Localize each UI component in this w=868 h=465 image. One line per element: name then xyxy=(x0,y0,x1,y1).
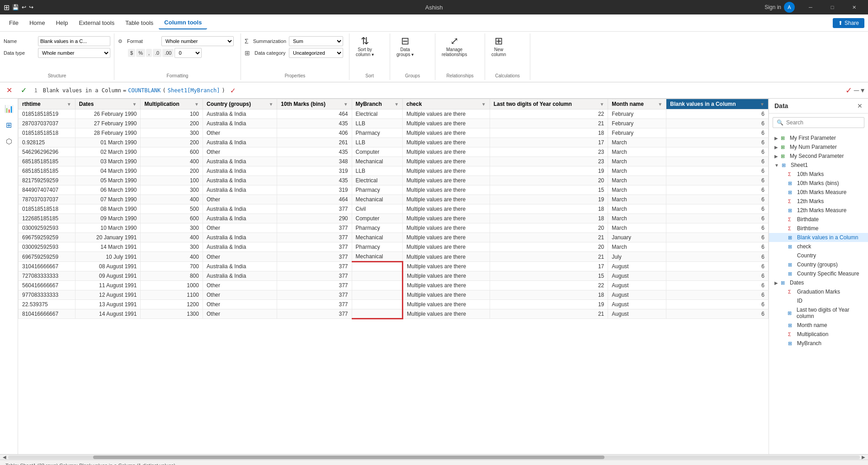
col-header-month_name[interactable]: Month name▼ xyxy=(608,99,666,109)
report-view-icon[interactable]: 📊 xyxy=(3,102,15,115)
dec-up-btn[interactable]: .00 xyxy=(162,49,174,57)
col-menu-icon[interactable]: ▼ xyxy=(344,102,348,107)
tree-item[interactable]: ▼ ⊞ Sheet1 xyxy=(769,161,868,170)
col-header-check[interactable]: check▼ xyxy=(403,99,490,109)
tree-item[interactable]: Σ Birthdate xyxy=(769,215,868,224)
menu-help[interactable]: Help xyxy=(51,17,74,29)
tree-item[interactable]: ⊞ Country Specific Measure xyxy=(769,269,868,278)
col-header-mybranch[interactable]: MyBranch▼ xyxy=(352,99,403,109)
menu-table-tools[interactable]: Table tools xyxy=(120,17,159,29)
currency-btn[interactable]: $ xyxy=(128,49,135,57)
close-btn[interactable]: ✕ xyxy=(844,0,864,14)
sort-by-column-btn[interactable]: ⇅ Sort bycolumn ▾ xyxy=(353,34,377,59)
ribbon-dec-places[interactable]: 0 1 2 xyxy=(175,48,202,58)
tree-item[interactable]: ID xyxy=(769,296,868,305)
tree-collapse-icon[interactable]: ▼ xyxy=(774,163,779,168)
scroll-left-arrow[interactable]: ◀ xyxy=(1,455,8,460)
sign-in-btn[interactable]: Sign in A xyxy=(764,2,795,13)
tree-item[interactable]: ⊞ 10th Marks Measure xyxy=(769,188,868,197)
menu-home[interactable]: Home xyxy=(24,17,51,29)
tree-item-icon: ⊞ xyxy=(788,341,794,346)
scroll-right-arrow[interactable]: ▶ xyxy=(860,455,867,460)
tree-item[interactable]: ▶ ⊞ My Num Parameter xyxy=(769,142,868,152)
tree-collapse-icon[interactable]: ▶ xyxy=(774,136,778,141)
tree-item[interactable]: Σ Graduation Marks xyxy=(769,287,868,296)
tree-item[interactable]: ⊞ Last two digits of Year column xyxy=(769,305,868,321)
col-header-multiplication[interactable]: Multiplication▼ xyxy=(141,99,203,109)
col-menu-icon[interactable]: ▼ xyxy=(658,102,662,107)
ribbon-datatype-select[interactable]: Whole number xyxy=(38,48,110,58)
table-cell: 300 xyxy=(141,128,203,138)
col-menu-icon[interactable]: ▼ xyxy=(67,102,71,107)
minimize-btn[interactable]: ─ xyxy=(800,0,821,14)
col-menu-icon[interactable]: ▼ xyxy=(394,102,399,107)
col-header-10th_marks_bins[interactable]: 10th Marks (bins)▼ xyxy=(277,99,352,109)
dec-down-btn[interactable]: .0 xyxy=(153,49,161,57)
search-input[interactable] xyxy=(786,119,860,126)
percent-btn[interactable]: % xyxy=(136,49,145,57)
tree-item[interactable]: Σ Birthtime xyxy=(769,224,868,233)
ribbon-datacategory-select[interactable]: Uncategorized xyxy=(289,48,343,58)
manage-relationships-btn[interactable]: ⤢ Managerelationships xyxy=(439,34,470,59)
ribbon-name-row: Name xyxy=(4,36,110,46)
col-menu-icon[interactable]: ▼ xyxy=(599,102,604,107)
comma-btn[interactable]: , xyxy=(146,49,152,57)
col-menu-icon[interactable]: ▼ xyxy=(194,102,199,107)
table-area[interactable]: rthtime▼Dates▼Multiplication▼Country (gr… xyxy=(18,99,769,454)
tree-item[interactable]: ⊞ Blank values in a Column xyxy=(769,233,868,242)
tree-item-icon: ⊞ xyxy=(788,323,794,328)
tree-item[interactable]: Σ 12th Marks xyxy=(769,197,868,206)
tree-item[interactable]: Σ Multiplication xyxy=(769,330,868,339)
horizontal-scrollbar[interactable]: ◀ ▶ xyxy=(0,454,868,460)
menu-column-tools[interactable]: Column tools xyxy=(159,16,207,29)
ribbon-format-select[interactable]: Whole number xyxy=(161,36,234,46)
ribbon-summarization-select[interactable]: Sum xyxy=(289,36,343,46)
share-button[interactable]: ⬆ Share xyxy=(833,18,864,28)
col-header-blank_values[interactable]: Blank values in a Column▼ xyxy=(666,99,769,109)
tree-item[interactable]: ⊞ check xyxy=(769,242,868,251)
formula-chevron-down[interactable]: ▾ xyxy=(861,86,864,95)
col-header-text: Multiplication xyxy=(144,101,193,107)
data-groups-btn[interactable]: ⊟ Datagroups ▾ xyxy=(394,34,416,59)
tree-item[interactable]: ▶ ⊞ My Second Parameter xyxy=(769,152,868,161)
data-view-icon[interactable]: ⊞ xyxy=(3,119,15,131)
col-header-birthtime[interactable]: rthtime▼ xyxy=(19,99,75,109)
col-menu-icon[interactable]: ▼ xyxy=(760,102,764,107)
tree-collapse-icon[interactable]: ▶ xyxy=(774,145,778,150)
col-header-dates[interactable]: Dates▼ xyxy=(75,99,141,109)
col-menu-icon[interactable]: ▼ xyxy=(481,102,486,107)
scrollbar-track[interactable] xyxy=(8,456,860,459)
tree-item[interactable]: ▶ ⊞ Dates xyxy=(769,278,868,287)
scrollbar-thumb[interactable] xyxy=(93,456,604,459)
col-header-country_groups[interactable]: Country (groups)▼ xyxy=(203,99,277,109)
new-column-btn[interactable]: ⊞ Newcolumn xyxy=(489,34,509,59)
redo-btn[interactable]: ↪ xyxy=(29,4,33,10)
col-menu-icon[interactable]: ▼ xyxy=(269,102,273,107)
table-cell: Australia & India xyxy=(203,166,277,176)
tree-collapse-icon[interactable]: ▶ xyxy=(774,154,778,159)
quick-save[interactable]: 💾 xyxy=(12,4,19,10)
tree-item[interactable]: Σ 10th Marks xyxy=(769,170,868,179)
model-view-icon[interactable]: ⬡ xyxy=(3,135,15,147)
menu-external-tools[interactable]: External tools xyxy=(73,17,120,29)
tree-item[interactable]: ⊞ MyBranch xyxy=(769,339,868,348)
tree-item[interactable]: ⊞ Country (groups) xyxy=(769,260,868,269)
col-header-last_two_digits[interactable]: Last two digits of Year column▼ xyxy=(490,99,608,109)
tree-item[interactable]: ⊞ 10th Marks (bins) xyxy=(769,179,868,188)
tree-item[interactable]: ▶ ⊞ My First Parameter xyxy=(769,133,868,142)
right-panel-close-btn[interactable]: ✕ xyxy=(857,102,863,109)
undo-btn[interactable]: ↩ xyxy=(22,4,26,10)
col-menu-icon[interactable]: ▼ xyxy=(132,102,137,107)
formula-cancel-btn[interactable]: ✕ xyxy=(4,85,14,96)
ribbon-name-input[interactable] xyxy=(38,36,110,46)
tree-item[interactable]: ⊞ Month name xyxy=(769,321,868,330)
maximize-btn[interactable]: □ xyxy=(822,0,843,14)
tree-item[interactable]: Country xyxy=(769,251,868,260)
formula-minus-btn[interactable]: ─ xyxy=(854,86,859,95)
menu-file[interactable]: File xyxy=(4,17,24,29)
search-box[interactable]: 🔍 xyxy=(773,117,864,128)
formula-confirm-btn[interactable]: ✓ xyxy=(18,85,29,96)
table-cell: Computer xyxy=(352,214,403,223)
tree-collapse-icon[interactable]: ▶ xyxy=(774,280,778,285)
tree-item[interactable]: ⊞ 12th Marks Measure xyxy=(769,206,868,215)
